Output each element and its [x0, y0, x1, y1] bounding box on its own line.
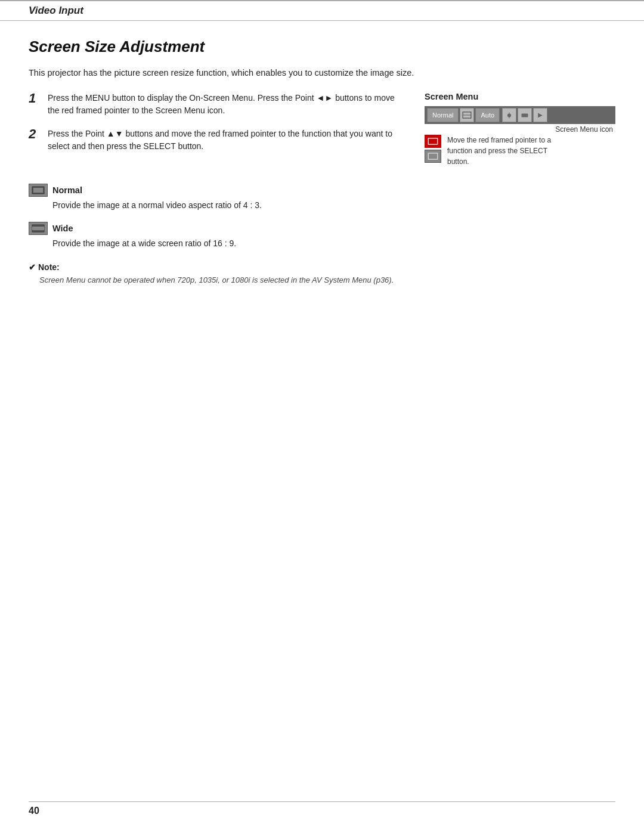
normal-mode-header: Normal: [29, 184, 615, 197]
step-1-text: Press the MENU button to display the On-…: [48, 92, 405, 117]
menu-normal-item: Normal: [427, 108, 459, 122]
screen-menu-column: Screen Menu Normal Auto: [425, 92, 615, 167]
svg-rect-7: [428, 138, 437, 144]
screen-menu-diagram: Normal Auto: [425, 106, 615, 167]
note-label: Note:: [38, 262, 60, 272]
two-col-layout: 1 Press the MENU button to display the O…: [29, 92, 615, 167]
header-bar: Video Input: [0, 0, 644, 21]
step-2: 2 Press the Point ▲▼ buttons and move th…: [29, 128, 405, 153]
diagram-annotation: Move the red framed pointer to a functio…: [447, 135, 566, 167]
step-1-number: 1: [29, 91, 41, 117]
screen-menu-icon-label: Screen Menu icon: [555, 125, 613, 134]
icon-normal: [425, 150, 441, 163]
menu-auto-item: Auto: [475, 108, 500, 122]
menu-icon-1: [460, 108, 474, 122]
header-title: Video Input: [29, 5, 83, 16]
page-title: Screen Size Adjustment: [29, 38, 615, 56]
normal-section: Normal Provide the image at a normal vid…: [29, 184, 615, 210]
footer: 40: [29, 801, 615, 816]
diagram-icons: [425, 135, 441, 163]
menu-icon-3: [518, 108, 532, 122]
normal-mode-desc: Provide the image at a normal video aspe…: [52, 200, 615, 210]
step-1: 1 Press the MENU button to display the O…: [29, 92, 405, 117]
normal-mode-icon: [29, 184, 48, 197]
icon-selected: [425, 135, 441, 148]
screen-menu-label: Screen Menu: [425, 92, 615, 101]
menu-bar: Normal Auto: [425, 106, 615, 124]
wide-mode-icon: [29, 222, 48, 235]
normal-mode-name: Normal: [52, 185, 82, 195]
svg-rect-8: [428, 153, 437, 159]
note-section: ✔ Note: Screen Menu cannot be operated w…: [29, 262, 615, 286]
step-2-text: Press the Point ▲▼ buttons and move the …: [48, 128, 405, 153]
svg-marker-6: [538, 113, 543, 117]
svg-rect-12: [32, 227, 44, 230]
step-2-number: 2: [29, 126, 41, 153]
steps-column: 1 Press the MENU button to display the O…: [29, 92, 405, 167]
note-header: ✔ Note:: [29, 262, 615, 272]
menu-icon-2: [502, 108, 516, 122]
wide-mode-desc: Provide the image at a wide screen ratio…: [52, 239, 615, 248]
check-icon: ✔: [29, 262, 36, 272]
note-body: Screen Menu cannot be operated when 720p…: [39, 274, 615, 286]
main-content: Screen Size Adjustment This projector ha…: [0, 21, 644, 315]
diagram-bottom: Move the red framed pointer to a functio…: [425, 135, 615, 167]
svg-point-2: [507, 113, 511, 117]
svg-rect-10: [33, 188, 43, 193]
svg-rect-5: [522, 113, 528, 117]
screen-menu-icon-label-row: Screen Menu icon: [425, 125, 613, 134]
intro-paragraph: This projector has the picture screen re…: [29, 68, 615, 78]
wide-mode-name: Wide: [52, 224, 73, 233]
page-number: 40: [29, 806, 39, 816]
wide-mode-header: Wide: [29, 222, 615, 235]
menu-icon-4: [533, 108, 547, 122]
wide-section: Wide Provide the image at a wide screen …: [29, 222, 615, 248]
menu-right-icons: [502, 108, 547, 122]
